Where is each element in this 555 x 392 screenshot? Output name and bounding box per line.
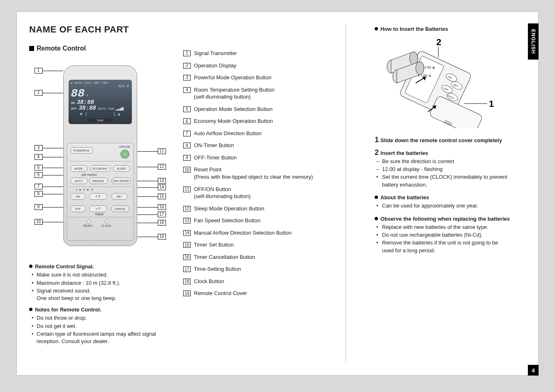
bullet-icon — [375, 196, 378, 199]
part-number-box: 4 — [183, 87, 191, 93]
part-number-box: 18 — [183, 279, 191, 284]
part-desc: Reset Point(Press with fine-tipped objec… — [194, 166, 313, 180]
middle-column: 1Signal Transmitter2Operation Display3Po… — [179, 12, 345, 375]
remote-note: Certain type of fluorescent lamps may af… — [37, 330, 171, 345]
remote-control-subhead: Remote Control — [29, 45, 171, 52]
step-2: 2Insert the batteries — [375, 148, 510, 157]
part-number-box: 7 — [183, 131, 191, 136]
part-desc: OFF/ON Button(self-illuminating button) — [194, 186, 251, 200]
step1-text: Slide down the remote control cover comp… — [380, 137, 502, 143]
part-number-box: 17 — [183, 266, 191, 272]
part-desc: Room Temperature Setting Button(self-ill… — [194, 86, 274, 101]
part-number-box: 13 — [183, 218, 191, 224]
economy-button: ECONOMY — [90, 165, 111, 172]
part-row: 12Sleep Mode Operation Button — [183, 205, 341, 212]
part-number-box: 9 — [183, 155, 191, 161]
step-1: 1Slide down the remote control cover com… — [375, 136, 510, 144]
square-bullet-icon — [29, 46, 34, 51]
about-item: Can be used for approximately one year. — [382, 202, 510, 210]
callout-7: 7 — [35, 184, 43, 189]
cancel-button: CANCEL — [111, 205, 129, 212]
part-desc: Operation Display — [194, 62, 236, 69]
callout-9: 9 — [35, 204, 43, 210]
part-desc: Signal Transmitter — [194, 50, 237, 57]
part-row: 11OFF/ON Button(self-illuminating button… — [183, 186, 341, 200]
signal-note: Make sure it is not obstructed. — [37, 271, 171, 279]
language-tab: ENGLISH — [528, 23, 539, 60]
part-number-box: 15 — [183, 242, 191, 248]
callout-4: 4 — [35, 154, 43, 160]
part-row: 3Powerful Mode Operation Button — [183, 74, 341, 81]
part-desc: Timer Cancellation Button — [194, 254, 255, 261]
on-timer-button: ON — [70, 193, 86, 200]
parts-list: 1Signal Transmitter2Operation Display3Po… — [183, 50, 341, 302]
part-desc: Clock Button — [194, 278, 224, 285]
part-desc: ON-Timer Button — [194, 142, 234, 149]
lcd-time-off: 38:88 — [79, 105, 96, 111]
part-number-box: 14 — [183, 230, 191, 236]
auto-swing-button: AUTO — [70, 178, 88, 184]
part-row: 17Time-Setting Button — [183, 265, 341, 273]
sleep-button: SLEEP — [113, 165, 130, 172]
part-desc: Operation Mode Selection Button — [194, 106, 273, 113]
part-row: 5Operation Mode Selection Button — [183, 106, 341, 113]
callout-1: 1 — [35, 68, 43, 74]
callout-14: 14 — [158, 184, 166, 190]
fig-label-2: 2 — [436, 38, 441, 47]
mode-button: MODE — [70, 165, 88, 172]
bullet-icon — [29, 265, 32, 268]
signal-head: Remote Control Signal. — [35, 263, 94, 270]
part-subdesc: (Press with fine-tipped object to clear … — [194, 173, 313, 181]
part-number-box: 11 — [183, 187, 191, 192]
clock-point — [105, 219, 109, 224]
part-row: 2Operation Display — [183, 62, 341, 69]
part-number-box: 12 — [183, 206, 191, 212]
part-desc: Manual Airflow Direction Selection Butto… — [194, 229, 292, 237]
part-row: 4Room Temperature Setting Button(self-il… — [183, 86, 341, 101]
off-timer-button: OFF — [70, 205, 86, 212]
remote-note: Do not throw or drop. — [37, 314, 171, 322]
part-row: 10Reset Point(Press with fine-tipped obj… — [183, 166, 341, 180]
observe-item: Remove the batteries if the unit is not … — [382, 239, 510, 255]
timer-label: TIMER — [95, 213, 104, 216]
part-subdesc: (self-illuminating button) — [194, 93, 274, 101]
observe-item: Replace with new batteries of the same t… — [382, 224, 510, 231]
howto-head: How to Insert the Batteries — [380, 26, 448, 32]
callout-16: 16 — [158, 204, 166, 210]
part-desc: Economy Mode Operation Button — [194, 118, 273, 125]
step2-item: 12.00 at display - flashing — [382, 166, 510, 173]
time-up-button: ∧ ⏱ — [89, 193, 107, 200]
callout-11: 11 — [158, 148, 166, 154]
reset-point — [87, 219, 91, 224]
part-desc: Auto Airflow Direction Button — [194, 130, 262, 137]
part-desc: Time-Setting Button — [194, 265, 241, 273]
part-number-box: 3 — [183, 75, 191, 81]
callout-2: 2 — [35, 90, 43, 96]
right-column: How to Insert the Batteries ⊖ 1.5V ⊕ ⊕ 1… — [346, 12, 523, 375]
fig-label-1: 1 — [489, 99, 494, 109]
bullet-icon — [375, 27, 378, 30]
remote-note: Do not get it wet. — [37, 323, 171, 330]
part-desc: Powerful Mode Operation Button — [194, 74, 272, 81]
part-number-box: 16 — [183, 254, 191, 260]
part-number-box: 19 — [183, 291, 191, 296]
offon-label: OFF/ON — [119, 145, 130, 148]
remote-control-label: Remote Control — [37, 45, 86, 52]
left-column: NAME OF EACH PART Remote Control 1 2 3 4… — [17, 12, 179, 375]
page-number-corner: 4 — [528, 365, 539, 376]
part-row: 19Remote Control Cover — [183, 290, 341, 297]
temp-button: TEMP — [86, 118, 115, 123]
reset-label: RESET — [83, 224, 93, 227]
fanspeed-button: FAN SPEED — [111, 178, 131, 184]
callout-10: 10 — [35, 219, 43, 225]
part-row: 16Timer Cancellation Button — [183, 254, 341, 261]
lcd-modes: AUTO COOL DRY FAN — [75, 81, 108, 85]
callout-12: 12 — [158, 164, 166, 170]
part-row: 15Timer Set Button — [183, 241, 341, 249]
part-row: 6Economy Mode Operation Button — [183, 118, 341, 125]
page-title: NAME OF EACH PART — [29, 24, 171, 35]
callout-13: 13 — [158, 178, 166, 184]
lcd-off: OFF — [71, 107, 77, 111]
part-row: 18Clock Button — [183, 278, 341, 285]
remote-lcd: ▲ AUTO COOL DRY FAN AUTO ☲ 88°F ON 38:88… — [69, 80, 132, 124]
